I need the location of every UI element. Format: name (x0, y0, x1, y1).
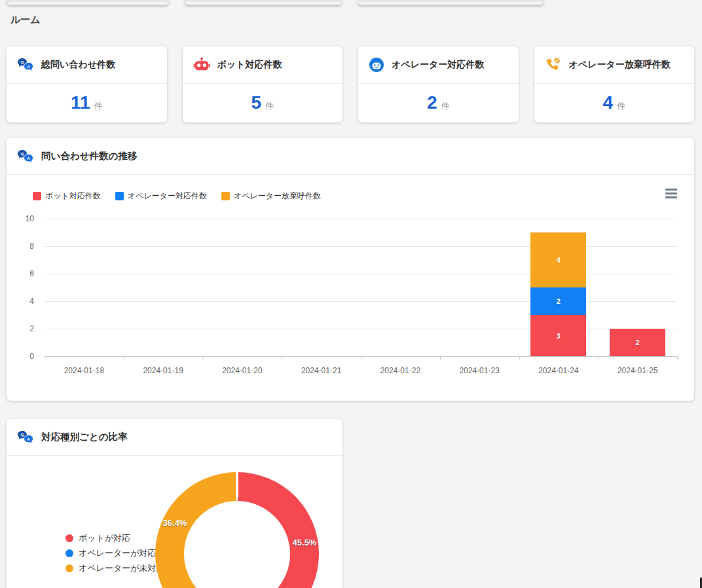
svg-text:A: A (27, 64, 30, 69)
stat-card-total-inquiries: Q A 総問い合わせ件数 11 件 (7, 46, 167, 122)
stat-card-body: 2 件 (358, 84, 519, 122)
legend-swatch (33, 192, 41, 200)
svg-text:Q: Q (20, 60, 24, 64)
robot-icon (193, 57, 210, 73)
legend-item-bot[interactable]: ボット対応件数 (33, 191, 101, 202)
gridline (45, 219, 677, 219)
bar-value-label: 4 (557, 256, 561, 264)
stat-card-body: 4 件 (534, 84, 695, 122)
bar-segment: 3 (530, 315, 586, 356)
x-tick (677, 356, 678, 359)
legend-label: ボット対応件数 (45, 191, 101, 202)
x-tick (361, 356, 361, 359)
legend-dot (65, 534, 73, 542)
x-tick (282, 356, 282, 359)
operator-icon (369, 57, 384, 73)
stat-card-header: オペレーター対応件数 (358, 46, 519, 84)
bar-value-label: 2 (636, 339, 640, 346)
stat-value: 2 (427, 94, 437, 112)
cutoff-card-remnant (7, 0, 169, 5)
x-axis-label: 2024-01-22 (361, 366, 440, 375)
legend-item-operator[interactable]: オペレーター対応件数 (115, 191, 207, 202)
bar-plot-area: 2024-01-182024-01-192024-01-202024-01-21… (45, 219, 677, 356)
stat-cards-row: Q A 総問い合わせ件数 11 件 (7, 46, 694, 122)
legend-swatch (221, 192, 230, 200)
stat-unit: 件 (441, 100, 450, 112)
legend-item-abandoned[interactable]: オペレーター放棄呼件数 (221, 191, 321, 202)
legend-label: オペレーター放棄呼件数 (234, 191, 321, 202)
y-tick-label: 2 (29, 324, 34, 333)
svg-text:A: A (27, 436, 30, 441)
panel-title: 対応種別ごとの比率 (41, 431, 128, 443)
x-axis-label: 2024-01-20 (203, 366, 282, 375)
pie-legend-item-bot[interactable]: ボットが対応 (65, 530, 165, 545)
stat-card-header: Q A 総問い合わせ件数 (7, 46, 167, 84)
stat-unit: 件 (265, 100, 274, 112)
pie-legend-item-operator[interactable]: オペレーターが対応 (65, 545, 165, 560)
stat-value: 5 (251, 94, 261, 112)
x-tick (203, 356, 204, 359)
stat-unit: 件 (617, 100, 625, 112)
legend-dot (65, 564, 73, 572)
pie-legend-label: オペレーターが対応 (79, 547, 157, 559)
stat-card-title: 総問い合わせ件数 (41, 59, 115, 71)
svg-text:A: A (27, 155, 30, 160)
x-axis-label: 2024-01-24 (519, 366, 599, 375)
legend-dot (65, 549, 73, 557)
cutoff-card-remnant (358, 0, 544, 5)
x-tick (124, 356, 124, 359)
stat-value: 4 (602, 94, 613, 112)
stat-card-body: 11 件 (7, 84, 167, 122)
stat-card-title: オペレーター対応件数 (392, 59, 484, 71)
svg-text:Q: Q (20, 432, 24, 437)
stat-card-abandoned-calls: オペレーター放棄呼件数 4 件 (534, 46, 695, 122)
stat-card-operator-handled: オペレーター対応件数 2 件 (358, 46, 519, 122)
qa-chat-icon: Q A (17, 149, 34, 164)
hamburger-icon[interactable] (665, 189, 677, 198)
y-tick-label: 6 (29, 269, 34, 278)
x-tick (519, 356, 520, 359)
x-axis-label: 2024-01-18 (45, 366, 124, 375)
slice-label-red: 45.5% (293, 538, 317, 547)
y-tick-label: 0 (29, 352, 34, 361)
x-axis-label: 2024-01-21 (282, 366, 361, 375)
y-tick-label: 4 (29, 297, 34, 306)
pie-legend-item-unanswered[interactable]: オペレーターが未対応 (65, 560, 165, 576)
abandoned-call-icon (545, 57, 562, 73)
page-title: ルーム (10, 14, 41, 26)
pie-legend-label: ボットが対応 (79, 532, 130, 544)
x-tick (440, 356, 441, 359)
pie-legend-label: オペレーターが未対応 (79, 562, 165, 574)
bar-chart-legend: ボット対応件数 オペレーター対応件数 オペレーター放棄呼件数 (33, 191, 321, 202)
y-tick-label: 10 (26, 214, 34, 223)
inquiries-trend-panel: Q A 問い合わせ件数の推移 ボット対応件数 オペレーター対応件数 オペレーター… (7, 138, 694, 401)
stat-card-bot-handled: ボット対応件数 5 件 (183, 46, 343, 122)
legend-label: オペレーター対応件数 (128, 191, 207, 202)
qa-chat-icon: Q A (17, 430, 34, 445)
bar-segment: 2 (530, 287, 586, 315)
x-axis-label: 2024-01-19 (124, 366, 203, 375)
stat-card-title: ボット対応件数 (217, 59, 282, 71)
bar-segment: 2 (610, 329, 665, 356)
panel-header: Q A 対応種別ごとの比率 (7, 419, 342, 456)
slice-label-orange: 36.4% (163, 518, 187, 528)
bar-value-label: 3 (557, 332, 561, 340)
legend-swatch (115, 192, 124, 200)
x-tick (45, 356, 45, 359)
x-axis-label: 2024-01-25 (598, 366, 677, 375)
y-axis-labels: 0246810 (7, 219, 38, 356)
qa-chat-icon: Q A (17, 58, 34, 72)
pie-legend: ボットが対応 オペレーターが対応 オペレーターが未対応 (65, 530, 165, 576)
svg-text:Q: Q (20, 151, 24, 156)
y-tick-label: 8 (29, 242, 34, 251)
bar-segment: 4 (530, 232, 586, 287)
panel-header: Q A 問い合わせ件数の推移 (7, 138, 694, 175)
stat-value: 11 (71, 94, 90, 112)
response-ratio-panel: Q A 対応種別ごとの比率 ボットが対応 オペレーターが対応 オペレーターが未対… (7, 419, 342, 588)
stat-card-body: 5 件 (183, 84, 343, 122)
cutoff-card-remnant (185, 0, 342, 5)
x-tick (598, 356, 599, 359)
stat-card-header: ボット対応件数 (183, 46, 343, 84)
stat-card-header: オペレーター放棄呼件数 (534, 46, 695, 84)
x-axis-label: 2024-01-23 (440, 366, 519, 375)
